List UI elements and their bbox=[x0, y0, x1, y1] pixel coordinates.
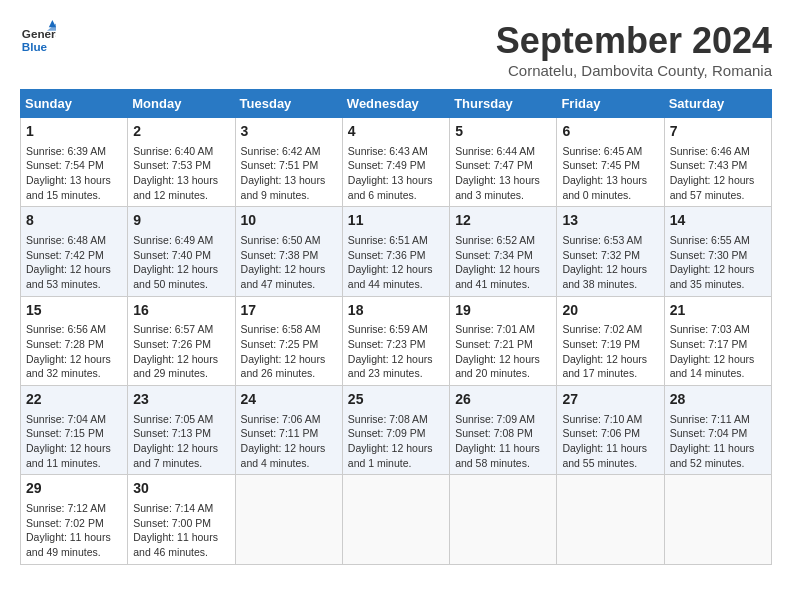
calendar-cell: 14Sunrise: 6:55 AMSunset: 7:30 PMDayligh… bbox=[664, 207, 771, 296]
day-number: 7 bbox=[670, 122, 766, 142]
cell-info: Daylight: 12 hours bbox=[562, 262, 658, 277]
cell-info: Daylight: 12 hours bbox=[348, 262, 444, 277]
calendar-cell: 22Sunrise: 7:04 AMSunset: 7:15 PMDayligh… bbox=[21, 386, 128, 475]
cell-info: Daylight: 12 hours bbox=[348, 441, 444, 456]
cell-info: and 47 minutes. bbox=[241, 277, 337, 292]
cell-info: Sunset: 7:38 PM bbox=[241, 248, 337, 263]
cell-info: Daylight: 11 hours bbox=[26, 530, 122, 545]
cell-info: Sunrise: 6:51 AM bbox=[348, 233, 444, 248]
cell-info: and 26 minutes. bbox=[241, 366, 337, 381]
location-subtitle: Cornatelu, Dambovita County, Romania bbox=[496, 62, 772, 79]
day-number: 11 bbox=[348, 211, 444, 231]
cell-info: Daylight: 12 hours bbox=[670, 173, 766, 188]
calendar-cell: 16Sunrise: 6:57 AMSunset: 7:26 PMDayligh… bbox=[128, 296, 235, 385]
cell-info: Sunset: 7:13 PM bbox=[133, 426, 229, 441]
cell-info: and 15 minutes. bbox=[26, 188, 122, 203]
cell-info: Sunrise: 7:02 AM bbox=[562, 322, 658, 337]
cell-info: Daylight: 13 hours bbox=[562, 173, 658, 188]
calendar-cell bbox=[450, 475, 557, 564]
cell-info: Sunrise: 7:08 AM bbox=[348, 412, 444, 427]
cell-info: Sunrise: 6:44 AM bbox=[455, 144, 551, 159]
calendar-week-3: 15Sunrise: 6:56 AMSunset: 7:28 PMDayligh… bbox=[21, 296, 772, 385]
cell-info: Sunset: 7:51 PM bbox=[241, 158, 337, 173]
calendar-cell: 28Sunrise: 7:11 AMSunset: 7:04 PMDayligh… bbox=[664, 386, 771, 475]
cell-info: Daylight: 12 hours bbox=[455, 352, 551, 367]
cell-info: and 17 minutes. bbox=[562, 366, 658, 381]
calendar-cell: 30Sunrise: 7:14 AMSunset: 7:00 PMDayligh… bbox=[128, 475, 235, 564]
cell-info: and 58 minutes. bbox=[455, 456, 551, 471]
cell-info: Sunset: 7:43 PM bbox=[670, 158, 766, 173]
cell-info: and 9 minutes. bbox=[241, 188, 337, 203]
day-number: 12 bbox=[455, 211, 551, 231]
cell-info: Sunrise: 7:09 AM bbox=[455, 412, 551, 427]
cell-info: and 57 minutes. bbox=[670, 188, 766, 203]
cell-info: Sunrise: 7:12 AM bbox=[26, 501, 122, 516]
day-number: 20 bbox=[562, 301, 658, 321]
cell-info: Sunrise: 7:10 AM bbox=[562, 412, 658, 427]
cell-info: and 53 minutes. bbox=[26, 277, 122, 292]
calendar-cell bbox=[342, 475, 449, 564]
cell-info: Sunrise: 7:14 AM bbox=[133, 501, 229, 516]
day-number: 15 bbox=[26, 301, 122, 321]
cell-info: Daylight: 13 hours bbox=[241, 173, 337, 188]
calendar-cell: 6Sunrise: 6:45 AMSunset: 7:45 PMDaylight… bbox=[557, 118, 664, 207]
cell-info: Sunset: 7:06 PM bbox=[562, 426, 658, 441]
cell-info: Sunset: 7:19 PM bbox=[562, 337, 658, 352]
calendar-cell: 25Sunrise: 7:08 AMSunset: 7:09 PMDayligh… bbox=[342, 386, 449, 475]
calendar-week-5: 29Sunrise: 7:12 AMSunset: 7:02 PMDayligh… bbox=[21, 475, 772, 564]
cell-info: Sunset: 7:49 PM bbox=[348, 158, 444, 173]
cell-info: Daylight: 12 hours bbox=[241, 441, 337, 456]
weekday-header-tuesday: Tuesday bbox=[235, 90, 342, 118]
weekday-header-saturday: Saturday bbox=[664, 90, 771, 118]
calendar-week-4: 22Sunrise: 7:04 AMSunset: 7:15 PMDayligh… bbox=[21, 386, 772, 475]
cell-info: Sunrise: 6:56 AM bbox=[26, 322, 122, 337]
cell-info: and 0 minutes. bbox=[562, 188, 658, 203]
day-number: 25 bbox=[348, 390, 444, 410]
cell-info: Sunrise: 6:49 AM bbox=[133, 233, 229, 248]
cell-info: Sunrise: 6:59 AM bbox=[348, 322, 444, 337]
calendar-cell: 7Sunrise: 6:46 AMSunset: 7:43 PMDaylight… bbox=[664, 118, 771, 207]
cell-info: Sunset: 7:45 PM bbox=[562, 158, 658, 173]
month-title: September 2024 bbox=[496, 20, 772, 62]
day-number: 4 bbox=[348, 122, 444, 142]
day-number: 24 bbox=[241, 390, 337, 410]
day-number: 3 bbox=[241, 122, 337, 142]
cell-info: Sunset: 7:30 PM bbox=[670, 248, 766, 263]
calendar-cell bbox=[235, 475, 342, 564]
cell-info: and 46 minutes. bbox=[133, 545, 229, 560]
cell-info: Daylight: 12 hours bbox=[133, 441, 229, 456]
cell-info: and 20 minutes. bbox=[455, 366, 551, 381]
cell-info: Daylight: 12 hours bbox=[26, 262, 122, 277]
cell-info: and 32 minutes. bbox=[26, 366, 122, 381]
cell-info: Sunset: 7:53 PM bbox=[133, 158, 229, 173]
title-section: September 2024 Cornatelu, Dambovita Coun… bbox=[496, 20, 772, 79]
cell-info: Sunrise: 6:50 AM bbox=[241, 233, 337, 248]
cell-info: Daylight: 12 hours bbox=[562, 352, 658, 367]
calendar-cell: 24Sunrise: 7:06 AMSunset: 7:11 PMDayligh… bbox=[235, 386, 342, 475]
cell-info: Daylight: 13 hours bbox=[133, 173, 229, 188]
calendar-cell: 29Sunrise: 7:12 AMSunset: 7:02 PMDayligh… bbox=[21, 475, 128, 564]
cell-info: and 6 minutes. bbox=[348, 188, 444, 203]
cell-info: Sunrise: 7:03 AM bbox=[670, 322, 766, 337]
cell-info: Sunset: 7:04 PM bbox=[670, 426, 766, 441]
weekday-header-friday: Friday bbox=[557, 90, 664, 118]
cell-info: Sunset: 7:02 PM bbox=[26, 516, 122, 531]
page-header: General Blue September 2024 Cornatelu, D… bbox=[20, 20, 772, 79]
cell-info: and 12 minutes. bbox=[133, 188, 229, 203]
day-number: 29 bbox=[26, 479, 122, 499]
cell-info: Sunset: 7:11 PM bbox=[241, 426, 337, 441]
cell-info: Sunrise: 6:53 AM bbox=[562, 233, 658, 248]
cell-info: and 50 minutes. bbox=[133, 277, 229, 292]
cell-info: Daylight: 12 hours bbox=[455, 262, 551, 277]
cell-info: and 1 minute. bbox=[348, 456, 444, 471]
calendar-cell: 21Sunrise: 7:03 AMSunset: 7:17 PMDayligh… bbox=[664, 296, 771, 385]
weekday-header-wednesday: Wednesday bbox=[342, 90, 449, 118]
weekday-header-monday: Monday bbox=[128, 90, 235, 118]
calendar-cell: 19Sunrise: 7:01 AMSunset: 7:21 PMDayligh… bbox=[450, 296, 557, 385]
cell-info: Sunset: 7:21 PM bbox=[455, 337, 551, 352]
day-number: 17 bbox=[241, 301, 337, 321]
day-number: 21 bbox=[670, 301, 766, 321]
day-number: 22 bbox=[26, 390, 122, 410]
cell-info: Daylight: 12 hours bbox=[241, 262, 337, 277]
calendar-header-row: SundayMondayTuesdayWednesdayThursdayFrid… bbox=[21, 90, 772, 118]
